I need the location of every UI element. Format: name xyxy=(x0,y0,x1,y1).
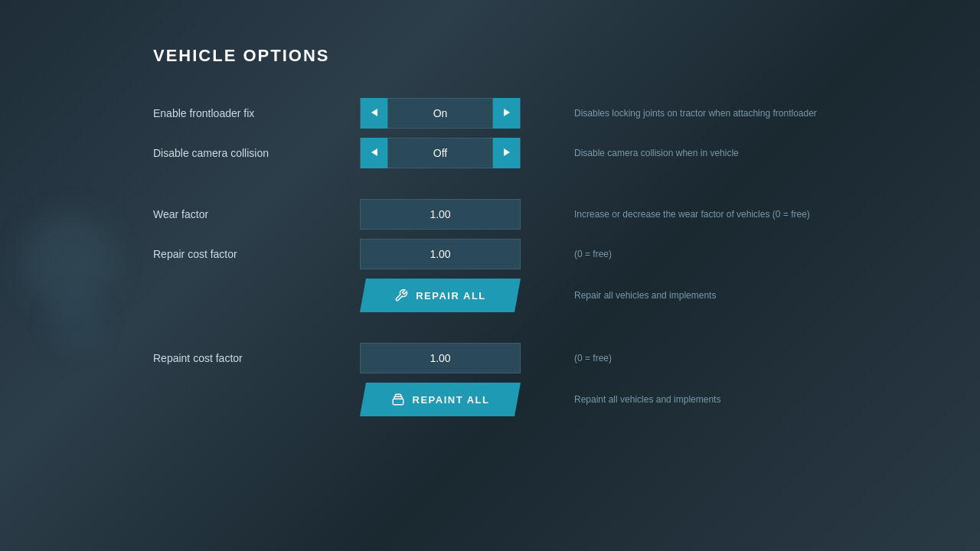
frontloader-fix-label: Enable frontloader fix xyxy=(153,107,352,119)
repaint-all-label: REPAINT ALL xyxy=(413,394,490,406)
repair-all-button[interactable]: REPAIR ALL xyxy=(360,279,521,312)
repaint-cost-description: (0 = free) xyxy=(574,353,980,364)
repair-cost-label: Repair cost factor xyxy=(153,248,352,260)
repair-all-control: REPAIR ALL xyxy=(360,279,521,312)
wear-factor-description: Increase or decrease the wear factor of … xyxy=(574,209,980,220)
camera-collision-label: Disable camera collision xyxy=(153,147,352,159)
frontloader-fix-value: On xyxy=(388,107,492,119)
arrow-left-icon xyxy=(371,108,377,119)
repair-all-description: Repair all vehicles and implements xyxy=(574,290,980,301)
option-row-repaint-all: REPAINT ALL Repaint all vehicles and imp… xyxy=(153,378,980,421)
page-title: VEHICLE OPTIONS xyxy=(153,46,980,66)
repaint-all-control: REPAINT ALL xyxy=(360,383,521,416)
repaint-cost-value[interactable]: 1.00 xyxy=(360,343,521,373)
frontloader-fix-description: Disables locking joints on tractor when … xyxy=(574,108,980,119)
option-row-camera-collision: Disable camera collision Off Disable cam… xyxy=(153,133,980,173)
repair-cost-control: 1.00 xyxy=(360,239,521,269)
options-container: Enable frontloader fix On Disables locki… xyxy=(153,93,980,421)
frontloader-fix-prev-button[interactable] xyxy=(361,98,388,129)
arrow-right-icon xyxy=(504,148,510,158)
repaint-icon xyxy=(391,393,405,406)
repaint-cost-label: Repaint cost factor xyxy=(153,352,352,364)
repaint-all-description: Repaint all vehicles and implements xyxy=(574,394,980,405)
arrow-left-icon xyxy=(371,148,377,158)
option-row-repair-all: REPAIR ALL Repair all vehicles and imple… xyxy=(153,274,980,317)
repair-all-label: REPAIR ALL xyxy=(416,290,486,302)
wear-factor-label: Wear factor xyxy=(153,208,352,220)
option-row-repair-cost: Repair cost factor 1.00 (0 = free) xyxy=(153,234,980,274)
frontloader-fix-next-button[interactable] xyxy=(492,98,520,129)
wear-factor-value[interactable]: 1.00 xyxy=(360,199,521,230)
repair-cost-description: (0 = free) xyxy=(574,249,980,259)
frontloader-fix-toggle: On xyxy=(360,98,521,129)
wear-factor-control: 1.00 xyxy=(360,199,521,230)
camera-collision-control: Off xyxy=(360,138,521,168)
camera-collision-toggle: Off xyxy=(360,138,521,168)
arrow-right-icon xyxy=(504,108,510,119)
repaint-all-button[interactable]: REPAINT ALL xyxy=(360,383,521,416)
repair-cost-value[interactable]: 1.00 xyxy=(360,239,521,269)
camera-collision-prev-button[interactable] xyxy=(361,138,388,168)
camera-collision-value: Off xyxy=(388,147,492,159)
option-row-repaint-cost: Repaint cost factor 1.00 (0 = free) xyxy=(153,338,980,378)
repaint-cost-control: 1.00 xyxy=(360,343,521,373)
repair-icon xyxy=(394,289,408,302)
frontloader-fix-control: On xyxy=(360,98,521,129)
option-row-frontloader: Enable frontloader fix On Disables locki… xyxy=(153,93,980,133)
camera-collision-description: Disable camera collision when in vehicle xyxy=(574,148,980,158)
camera-collision-next-button[interactable] xyxy=(492,138,520,168)
option-row-wear-factor: Wear factor 1.00 Increase or decrease th… xyxy=(153,194,980,234)
